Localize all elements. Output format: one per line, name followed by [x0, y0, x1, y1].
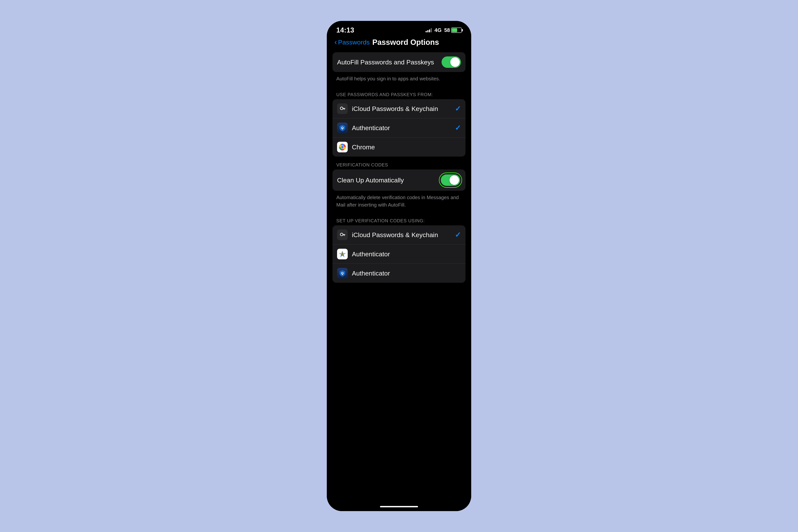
chrome-label: Chrome — [352, 144, 461, 151]
signal-icon — [425, 28, 432, 32]
nav-bar: ‹ Passwords Password Options — [327, 36, 471, 50]
autofill-helper: AutoFill helps you sign in to apps and w… — [332, 73, 466, 86]
cleanup-label: Clean Up Automatically — [337, 176, 440, 184]
authenticator-checkmark-icon: ✓ — [455, 124, 461, 132]
svg-rect-11 — [339, 231, 346, 239]
home-indicator — [380, 506, 418, 507]
authenticator-blue-icon — [337, 268, 348, 279]
svg-rect-2 — [343, 108, 345, 109]
use-passwords-section: USE PASSWORDS AND PASSKEYS FROM: — [332, 92, 466, 156]
network-label: 4G — [435, 27, 441, 33]
authenticator-row-2[interactable]: Authenticator — [332, 245, 466, 264]
setup-verification-card: iCloud Passwords & Keychain ✓ — [332, 225, 466, 283]
authenticator-google-icon — [337, 249, 348, 259]
content-area: AutoFill Passwords and Passkeys AutoFill… — [327, 50, 471, 511]
svg-rect-0 — [339, 105, 346, 113]
svg-rect-3 — [344, 109, 345, 110]
svg-point-10 — [341, 146, 344, 148]
icloud-checkmark-icon: ✓ — [455, 104, 461, 113]
icloud-icon — [337, 103, 348, 114]
svg-rect-15 — [343, 235, 344, 235]
back-label: Passwords — [338, 39, 369, 46]
setup-verification-section: SET UP VERIFICATION CODES USING: iCloud … — [332, 218, 466, 283]
autofill-label: AutoFill Passwords and Passkeys — [337, 58, 434, 66]
status-time: 14:13 — [336, 26, 354, 34]
cleanup-card: Clean Up Automatically — [332, 170, 466, 191]
back-button[interactable]: ‹ Passwords — [335, 38, 370, 46]
authenticator-label-2: Authenticator — [352, 250, 461, 258]
authenticator-row-3[interactable]: Authenticator — [332, 264, 466, 283]
svg-rect-13 — [343, 234, 345, 235]
page-title: Password Options — [373, 38, 439, 46]
authenticator-label-3: Authenticator — [352, 270, 461, 277]
use-passwords-card: iCloud Passwords & Keychain ✓ Authentica… — [332, 99, 466, 156]
svg-rect-20 — [342, 273, 343, 275]
phone-frame: 14:13 4G 58 ‹ Passwords Password Options — [327, 21, 471, 511]
authenticator-icon — [337, 122, 348, 133]
battery-fill — [452, 28, 457, 32]
icloud-passwords-row-2[interactable]: iCloud Passwords & Keychain ✓ — [332, 225, 466, 245]
authenticator-row[interactable]: Authenticator ✓ — [332, 118, 466, 137]
svg-rect-6 — [342, 128, 343, 129]
battery-pct: 58 — [444, 27, 450, 33]
chrome-icon — [337, 142, 348, 152]
back-chevron-icon: ‹ — [335, 38, 337, 46]
icloud-icon-2 — [337, 229, 348, 240]
cleanup-helper: Automatically delete verification codes … — [332, 192, 466, 212]
use-passwords-label: USE PASSWORDS AND PASSKEYS FROM: — [332, 92, 466, 97]
autofill-card: AutoFill Passwords and Passkeys — [332, 52, 466, 72]
autofill-row: AutoFill Passwords and Passkeys — [332, 52, 466, 72]
verification-codes-label: VERIFICATION CODES — [332, 162, 466, 168]
chrome-row[interactable]: Chrome — [332, 137, 466, 156]
authenticator-label: Authenticator — [352, 124, 452, 132]
autofill-toggle[interactable] — [441, 56, 461, 68]
status-icons: 4G 58 — [425, 27, 462, 33]
icloud-checkmark-icon-2: ✓ — [455, 231, 461, 239]
cleanup-row: Clean Up Automatically — [332, 170, 466, 191]
svg-rect-4 — [343, 109, 344, 110]
cleanup-toggle-highlight — [440, 174, 461, 187]
verification-codes-section: VERIFICATION CODES Clean Up Automaticall… — [332, 162, 466, 212]
icloud-passwords-row[interactable]: iCloud Passwords & Keychain ✓ — [332, 99, 466, 118]
cleanup-toggle[interactable] — [441, 174, 460, 186]
icloud-passwords-label: iCloud Passwords & Keychain — [352, 105, 452, 113]
status-bar: 14:13 4G 58 — [327, 21, 471, 36]
svg-rect-14 — [344, 235, 345, 236]
battery-box — [451, 27, 462, 33]
battery-icon: 58 — [444, 27, 462, 33]
setup-verification-label: SET UP VERIFICATION CODES USING: — [332, 218, 466, 224]
icloud-passwords-label-2: iCloud Passwords & Keychain — [352, 231, 452, 239]
